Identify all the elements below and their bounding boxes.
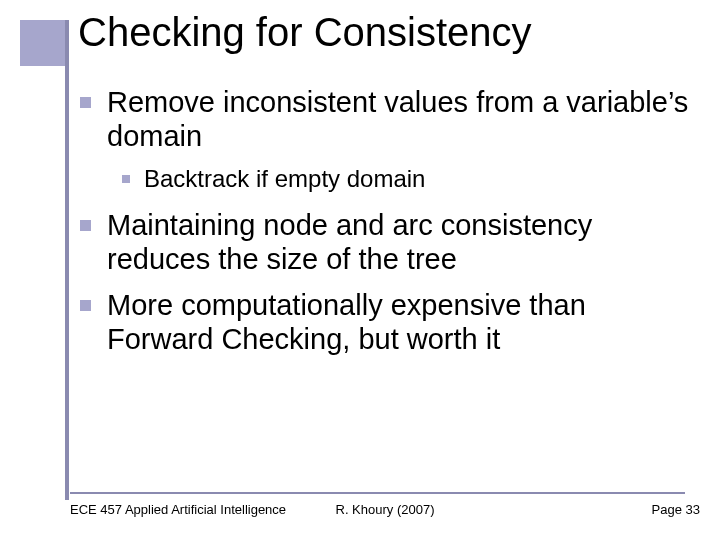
slide-body: Remove inconsistent values from a variab… [80, 85, 690, 369]
bullet-item: Maintaining node and arc consistency red… [80, 208, 690, 276]
slide-title: Checking for Consistency [78, 10, 532, 55]
square-bullet-icon [80, 97, 91, 108]
square-bullet-icon [80, 220, 91, 231]
slide: Checking for Consistency Remove inconsis… [0, 0, 720, 540]
bullet-text: Backtrack if empty domain [144, 165, 425, 193]
footer-right: Page 33 [652, 502, 700, 517]
footer-divider [70, 492, 685, 494]
bullet-text: Maintaining node and arc consistency red… [107, 208, 690, 276]
footer: ECE 457 Applied Artificial Intelligence … [70, 502, 700, 517]
bullet-text: More computationally expensive than Forw… [107, 288, 690, 356]
footer-left: ECE 457 Applied Artificial Intelligence [70, 502, 286, 517]
bullet-item: More computationally expensive than Forw… [80, 288, 690, 356]
bullet-text: Remove inconsistent values from a variab… [107, 85, 690, 153]
title-accent-square [20, 20, 66, 66]
bullet-item: Backtrack if empty domain [122, 165, 690, 193]
bullet-item: Remove inconsistent values from a variab… [80, 85, 690, 153]
square-bullet-icon [122, 175, 130, 183]
square-bullet-icon [80, 300, 91, 311]
vertical-divider [65, 20, 69, 500]
